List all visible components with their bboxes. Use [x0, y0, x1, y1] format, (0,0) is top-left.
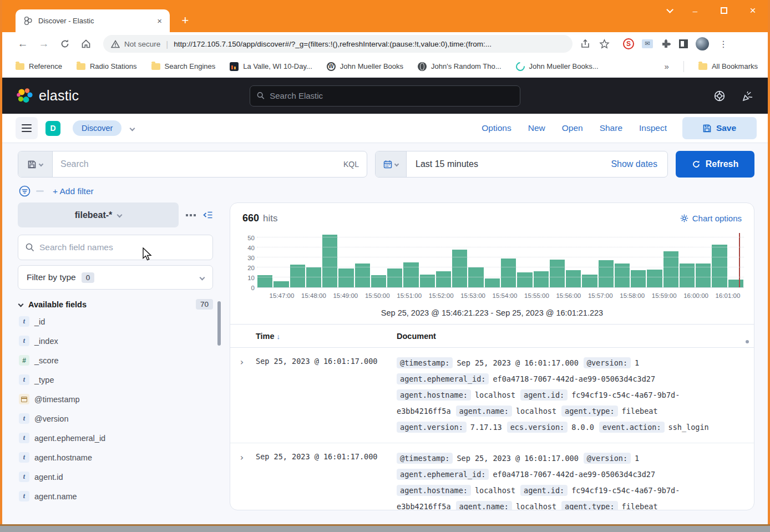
histogram-bar[interactable] [631, 270, 646, 287]
nav-link-inspect[interactable]: Inspect [639, 123, 667, 133]
field-item[interactable]: #_score [18, 351, 213, 370]
sidebar-scrollbar[interactable] [217, 301, 221, 346]
reload-button[interactable] [57, 38, 73, 49]
help-icon[interactable] [713, 90, 726, 102]
table-scrollbar[interactable] [746, 340, 749, 343]
bookmark-item[interactable]: Radio Stations [77, 62, 137, 70]
time-range-value[interactable]: Last 15 minutes [407, 159, 601, 169]
field-item[interactable]: tagent.ephemeral_id [18, 428, 213, 448]
field-search-input[interactable] [39, 242, 205, 252]
chart-plot-area[interactable] [257, 233, 744, 288]
elastic-brand[interactable]: elastic [17, 88, 250, 104]
histogram-bar[interactable] [306, 267, 321, 287]
date-picker[interactable]: Last 15 minutes Show dates [375, 151, 668, 178]
histogram-bar[interactable] [436, 271, 451, 287]
expand-row-icon[interactable]: › [239, 355, 256, 435]
browser-menu-icon[interactable]: ⋮ [719, 39, 728, 49]
tab-close-icon[interactable]: × [155, 16, 164, 26]
saved-query-menu-button[interactable] [18, 151, 53, 177]
bookmark-star-icon[interactable] [599, 39, 610, 49]
bookmark-item[interactable]: John Mueller Books... [516, 62, 599, 71]
sort-desc-icon[interactable]: ↓ [277, 332, 281, 341]
field-item[interactable]: tagent.id [18, 467, 213, 487]
field-search[interactable] [18, 235, 213, 260]
chart-options-button[interactable]: Chart options [680, 214, 742, 223]
filter-by-type[interactable]: Filter by type 0 [18, 265, 213, 290]
column-time[interactable]: Time↓ [256, 332, 397, 341]
url-text[interactable]: http://172.105.7.150/app/discover#/?_g=(… [174, 40, 565, 48]
histogram-bar[interactable] [452, 250, 467, 287]
chevron-down-icon[interactable] [18, 302, 24, 307]
histogram-bar[interactable] [517, 272, 532, 287]
histogram-bar[interactable] [647, 270, 662, 287]
space-avatar[interactable]: D [45, 121, 60, 136]
window-minimize-button[interactable]: – [690, 6, 700, 16]
index-pattern-selector[interactable]: filebeat-* [18, 202, 179, 227]
extension-s-icon[interactable]: S [623, 38, 634, 49]
field-item[interactable]: tagent.hostname [18, 448, 213, 467]
histogram-bar[interactable] [290, 265, 305, 287]
histogram-bar[interactable] [338, 268, 353, 287]
histogram-bar[interactable] [387, 268, 402, 287]
home-button[interactable] [78, 38, 94, 49]
histogram-bar[interactable] [273, 281, 288, 287]
kql-label[interactable]: KQL [336, 160, 367, 169]
menu-hamburger-button[interactable] [16, 117, 38, 139]
save-button[interactable]: Save [682, 117, 757, 139]
date-quick-menu-button[interactable] [376, 151, 407, 177]
histogram-bar[interactable] [322, 235, 337, 287]
histogram-bar[interactable] [599, 260, 614, 287]
breadcrumb-discover[interactable]: Discover [73, 120, 121, 136]
window-close-button[interactable]: × [748, 4, 758, 17]
query-search[interactable]: KQL [18, 151, 367, 178]
all-bookmarks-button[interactable]: All Bookmarks [698, 62, 758, 70]
bookmark-item[interactable]: La Valle, WI 10-Day... [230, 62, 312, 71]
profile-avatar[interactable] [696, 37, 709, 50]
browser-tab[interactable]: Discover - Elastic × [16, 9, 170, 32]
field-settings-dots-icon[interactable] [186, 214, 196, 216]
field-item[interactable]: t_type [18, 370, 213, 389]
bookmark-item[interactable]: Search Engines [151, 62, 216, 70]
bookmark-item[interactable]: Reference [16, 62, 62, 70]
query-input[interactable] [53, 151, 336, 177]
filter-icon[interactable] [19, 185, 31, 197]
collapse-sidebar-icon[interactable] [203, 211, 213, 219]
url-bar[interactable]: Not secure | http://172.105.7.150/app/di… [103, 35, 573, 53]
field-item[interactable]: tagent.name [18, 487, 213, 506]
extensions-puzzle-icon[interactable] [661, 39, 671, 49]
bookmark-item[interactable]: John's Random Tho... [418, 62, 501, 71]
histogram-bar[interactable] [403, 262, 418, 287]
field-item[interactable]: @timestamp [18, 389, 213, 409]
global-search[interactable] [250, 85, 520, 107]
window-chevron-icon[interactable] [666, 6, 673, 13]
nav-link-open[interactable]: Open [562, 123, 583, 133]
field-item[interactable]: t@version [18, 409, 213, 428]
histogram-bar[interactable] [550, 260, 565, 287]
histogram-bar[interactable] [468, 267, 483, 287]
histogram-bar[interactable] [534, 271, 549, 287]
histogram-bar[interactable] [485, 278, 500, 287]
expand-row-icon[interactable]: › [239, 450, 256, 510]
forward-button[interactable]: → [36, 38, 52, 50]
new-tab-button[interactable]: + [178, 13, 193, 28]
histogram-bar[interactable] [501, 259, 516, 287]
histogram-bar[interactable] [728, 280, 743, 287]
news-party-icon[interactable] [741, 90, 753, 102]
show-dates-button[interactable]: Show dates [601, 159, 667, 169]
nav-link-options[interactable]: Options [482, 123, 511, 133]
global-search-input[interactable] [270, 91, 513, 100]
table-row[interactable]: ›Sep 25, 2023 @ 16:01:17.000@timestamp:S… [230, 443, 754, 510]
add-filter-button[interactable]: + Add filter [53, 186, 94, 196]
bookmark-item[interactable]: WJohn Mueller Books [327, 62, 403, 71]
table-row[interactable]: ›Sep 25, 2023 @ 16:01:17.000@timestamp:S… [230, 348, 754, 443]
chevron-down-icon[interactable] [130, 125, 135, 131]
nav-link-share[interactable]: Share [600, 123, 622, 133]
window-maximize-button[interactable] [721, 7, 727, 14]
nav-link-new[interactable]: New [528, 123, 545, 133]
field-item[interactable]: t_id [18, 312, 213, 331]
side-panel-icon[interactable] [679, 39, 688, 48]
refresh-button[interactable]: Refresh [676, 151, 754, 178]
field-item[interactable]: t_index [18, 331, 213, 351]
back-button[interactable]: ← [14, 38, 31, 50]
histogram-bar[interactable] [712, 245, 727, 287]
